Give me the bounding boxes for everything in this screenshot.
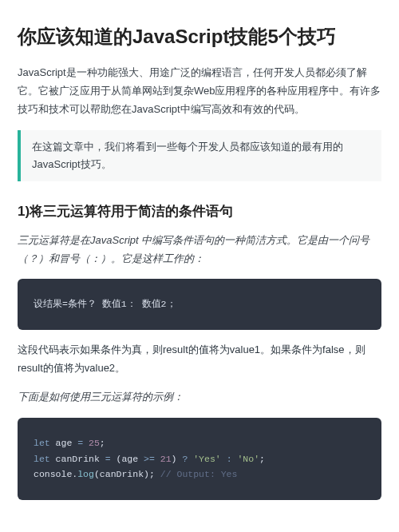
section-1-lead: 三元运算符是在JavaScript 中编写条件语句的一种简洁方式。它是由一个问号… [18, 232, 381, 268]
paren: ) [172, 454, 183, 464]
str-no: 'No' [232, 454, 260, 464]
op-ternary-c: : [227, 454, 232, 464]
code-block-example: let age = 25; let canDrink = (age >= 21)… [18, 418, 381, 500]
var-age: age [121, 454, 144, 464]
callout-text: 在这篇文章中，我们将看到一些每个开发人员都应该知道的最有用的JavaScript… [32, 141, 343, 170]
paren: ); [144, 469, 160, 479]
semi: ; [259, 454, 265, 464]
intro-paragraph: JavaScript是一种功能强大、用途广泛的编程语言，任何开发人员都必须了解它… [18, 64, 381, 118]
str-yes: 'Yes' [188, 454, 226, 464]
fn-log: log [77, 469, 94, 479]
semi: ; [100, 438, 105, 448]
section-1-lead2: 下面是如何使用三元运算符的示例： [18, 388, 381, 407]
section-1-heading: 1)将三元运算符用于简洁的条件语句 [18, 202, 381, 220]
code-line: 设结果=条件？ 数值1： 数值2； [34, 299, 176, 309]
section-1-explain: 这段代码表示如果条件为真，则result的值将为value1。如果条件为fals… [18, 341, 381, 378]
paren: ( [94, 469, 100, 479]
obj-console: console [34, 469, 72, 479]
kw-let: let [34, 438, 50, 448]
article-title: 你应该知道的JavaScript技能5个技巧 [18, 24, 381, 50]
var-candrink: canDrink [50, 454, 105, 464]
paren: ( [111, 454, 122, 464]
var-age: age [50, 438, 78, 448]
comment: // Output: Yes [160, 469, 238, 479]
op-eq: = [105, 454, 111, 464]
op-gte: >= [144, 454, 155, 464]
kw-let: let [34, 454, 50, 464]
num-25: 25 [83, 438, 100, 448]
callout-box: 在这篇文章中，我们将看到一些每个开发人员都应该知道的最有用的JavaScript… [18, 130, 381, 181]
arg-candrink: canDrink [100, 469, 144, 479]
code-block-pseudo: 设结果=条件？ 数值1： 数值2； [18, 279, 381, 330]
num-21: 21 [155, 454, 172, 464]
